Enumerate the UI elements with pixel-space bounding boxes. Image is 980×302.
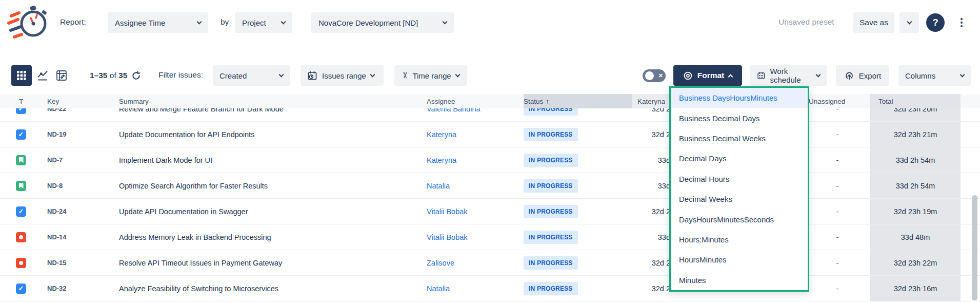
unassigned-time-cell: - — [805, 108, 870, 121]
chevron-up-icon — [728, 74, 733, 79]
issue-key-cell: ND-32 — [44, 276, 115, 301]
filter-field-dropdown[interactable]: Created — [213, 65, 290, 86]
pagination-info: 1–35 of 35 — [90, 65, 141, 86]
more-options-button[interactable] — [953, 13, 970, 32]
status-cell: IN PROGRESS — [524, 276, 632, 301]
format-menu: Business DaysHoursMinutesBusiness Decima… — [669, 86, 809, 292]
pivot-view-button[interactable] — [51, 65, 72, 86]
filter-issues-label: Filter issues: — [158, 70, 203, 80]
format-menu-item[interactable]: Business Decimal Days — [671, 108, 808, 128]
format-toggle[interactable]: ✕ — [643, 69, 666, 82]
issue-type-cell — [0, 147, 44, 173]
export-icon — [844, 70, 854, 81]
format-button[interactable]: Format — [673, 65, 742, 86]
column-header-summary[interactable]: Summary — [115, 94, 427, 108]
kateryna-time-value: 33d — [658, 182, 670, 190]
refresh-icon[interactable] — [131, 71, 141, 81]
calendar-clock-icon — [307, 70, 317, 81]
assignee-link[interactable]: Kateryna — [427, 130, 456, 139]
table-row: ND-14 Address Memory Leak in Backend Pro… — [0, 224, 980, 250]
unassigned-time-value: - — [836, 259, 839, 267]
report-type-dropdown[interactable]: Assignee Time — [108, 12, 208, 33]
export-button[interactable]: Export — [836, 65, 889, 86]
kateryna-time-value: 32d 2 — [652, 130, 670, 139]
table-header: T Key Summary Assignee Status ↑ Kateryna… — [0, 94, 980, 108]
unassigned-time-cell: - — [805, 147, 870, 173]
assignee-link[interactable]: Natalia — [427, 182, 450, 190]
total-time-value: 32d 23h 22m — [894, 259, 937, 267]
unassigned-time-value: - — [836, 233, 839, 241]
assignee-cell: Vitalii Bobak — [427, 199, 524, 224]
time-range-label: Time range — [412, 71, 451, 80]
unassigned-time-value: - — [836, 156, 839, 164]
report-label: Report: — [60, 17, 86, 27]
column-header-key[interactable]: Key — [44, 94, 115, 108]
report-toolbar: 1–35 of 35 Filter issues: Created Issues… — [0, 65, 980, 86]
table-row: ND-8 Optimize Search Algorithm for Faste… — [0, 173, 980, 199]
assignee-cell: Zalisove — [427, 250, 524, 275]
group-by-dropdown[interactable]: Project — [235, 12, 292, 33]
format-menu-item[interactable]: DaysHoursMinutesSeconds — [671, 209, 808, 229]
issue-summary-cell: Resolve API Timeout Issues in Payment Ga… — [115, 250, 427, 275]
total-time-value: 32d 23h 19m — [894, 207, 937, 216]
table-row: ND-7 Implement Dark Mode for UI Kateryna… — [0, 147, 980, 173]
time-range-dropdown[interactable]: ✂ Time range — [394, 65, 467, 86]
format-menu-item[interactable]: Business DaysHoursMinutes — [671, 88, 808, 108]
format-menu-item[interactable]: Decimal Weeks — [671, 189, 808, 209]
format-menu-item[interactable]: Decimal Days — [671, 148, 808, 168]
table-view-button[interactable] — [11, 65, 32, 86]
save-as-menu-button[interactable] — [899, 12, 919, 33]
assignee-link[interactable]: Valeriia Bandina — [427, 108, 481, 113]
vertical-scrollbar-thumb[interactable] — [972, 195, 977, 300]
assignee-link[interactable]: Kateryna — [427, 156, 456, 164]
kateryna-time-value: 33d — [658, 156, 670, 164]
columns-dropdown[interactable]: Columns — [898, 65, 971, 86]
format-menu-item[interactable]: Decimal Hours — [671, 169, 808, 189]
issue-key-cell: ND-22 — [44, 108, 115, 121]
chart-view-button[interactable] — [32, 65, 53, 86]
status-badge: IN PROGRESS — [524, 128, 578, 141]
sort-ascending-icon: ↑ — [546, 98, 549, 105]
work-schedule-dropdown[interactable]: Work schedule — [750, 65, 827, 86]
toggle-knob — [645, 71, 654, 80]
project-value: NovaCore Development [ND] — [318, 18, 418, 27]
column-header-status[interactable]: Status ↑ — [524, 94, 632, 108]
issue-type-icon — [16, 181, 26, 191]
row-right-strip — [961, 173, 980, 198]
assignee-link[interactable]: Zalisove — [427, 259, 454, 267]
format-menu-item[interactable]: Business Decimal Weeks — [671, 128, 808, 148]
format-menu-item[interactable]: Minutes — [671, 270, 808, 290]
unassigned-time-cell: - — [805, 199, 870, 224]
assignee-link[interactable]: Natalia — [427, 285, 450, 293]
unassigned-time-cell: - — [805, 173, 870, 198]
format-menu-item[interactable]: Hours:Minutes — [671, 230, 808, 250]
column-header-assignee[interactable]: Assignee — [427, 94, 524, 108]
issue-summary: Review and Merge Feature Branch for Dark… — [119, 108, 284, 113]
table-row: ND-15 Resolve API Timeout Issues in Paym… — [0, 250, 980, 276]
assignee-link[interactable]: Vitalii Bobak — [427, 233, 468, 241]
assignee-cell: Kateryna — [427, 122, 524, 147]
row-right-strip — [961, 122, 980, 147]
unassigned-time-value: - — [836, 207, 839, 216]
format-menu-item[interactable]: HoursMinutes — [671, 250, 808, 270]
unassigned-time-cell: - — [805, 276, 870, 301]
assignee-link[interactable]: Vitalii Bobak — [427, 207, 468, 216]
assignee-cell: Natalia — [427, 173, 524, 198]
project-dropdown[interactable]: NovaCore Development [ND] — [311, 12, 454, 33]
work-schedule-label: Work schedule — [770, 67, 812, 84]
issue-type-icon — [16, 232, 26, 242]
status-badge: IN PROGRESS — [524, 179, 578, 193]
total-time-value: 33d 2h 54m — [896, 182, 935, 190]
issues-range-dropdown[interactable]: Issues range — [301, 65, 384, 86]
total-time-value: 33d 48m — [901, 233, 930, 241]
total-time-cell: 33d 2h 54m — [870, 147, 961, 173]
save-as-button[interactable]: Save as — [853, 12, 894, 33]
column-header-type[interactable]: T — [0, 94, 44, 108]
table-row: ND-24 Update API Documentation in Swagge… — [0, 199, 980, 224]
format-target-icon — [683, 71, 693, 81]
unassigned-time-value: - — [836, 285, 839, 293]
total-time-cell: 32d 23h 19m — [870, 199, 961, 224]
issue-type-icon — [16, 129, 26, 140]
help-button[interactable]: ? — [926, 13, 945, 32]
calendar-icon — [757, 70, 765, 81]
